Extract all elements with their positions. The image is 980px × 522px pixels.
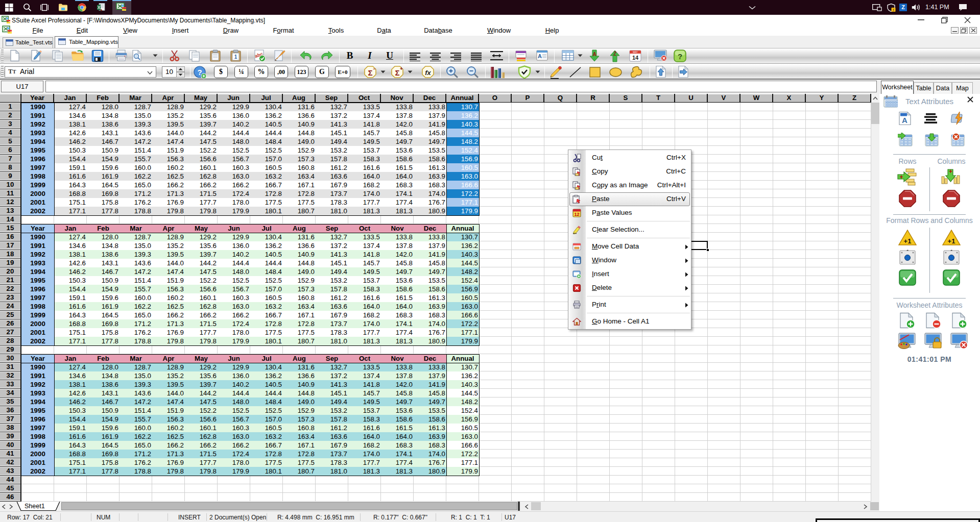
svg-text:fx: fx <box>425 69 431 77</box>
svg-text:!: ! <box>893 8 894 12</box>
svg-text:+1: +1 <box>948 237 955 245</box>
svg-text:+: + <box>400 66 403 71</box>
svg-text:−: − <box>373 66 375 71</box>
svg-text:Σ: Σ <box>395 68 399 77</box>
svg-text:12: 12 <box>574 212 579 217</box>
svg-text:+: + <box>949 168 952 175</box>
svg-text:+1: +1 <box>904 237 912 245</box>
svg-text:?: ? <box>678 52 682 61</box>
svg-text:+: + <box>899 173 903 181</box>
svg-text:A: A <box>902 116 907 125</box>
svg-text:Σ: Σ <box>368 68 372 77</box>
svg-text:1: 1 <box>234 54 237 60</box>
svg-text:Z: Z <box>613 51 616 57</box>
svg-text:A: A <box>592 52 596 57</box>
svg-text:A: A <box>538 53 542 59</box>
svg-text:14: 14 <box>632 55 639 61</box>
svg-text:MAY: MAY <box>633 51 637 54</box>
